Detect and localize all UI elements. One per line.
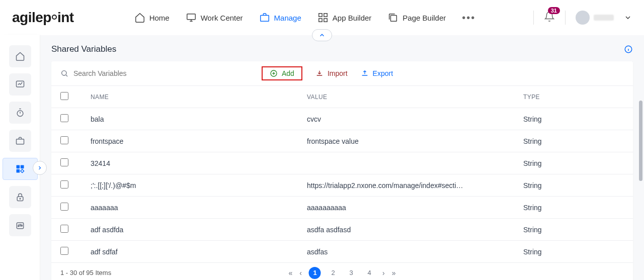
lock-icon [15, 192, 25, 202]
nav-home-label: Home [149, 14, 170, 22]
svg-rect-6 [391, 15, 397, 21]
divider [533, 11, 534, 25]
expand-sidebar-button[interactable] [33, 161, 47, 175]
col-name: NAME [91, 94, 307, 101]
row-checkbox[interactable] [60, 247, 68, 255]
cell-name: 32414 [91, 159, 307, 167]
page-1[interactable]: 1 [309, 267, 321, 279]
nav-page-builder[interactable]: Page Builder [387, 12, 446, 23]
user-menu[interactable] [576, 11, 614, 25]
info-icon[interactable] [624, 45, 633, 54]
stopwatch-icon [15, 108, 25, 118]
collapse-topbar-button[interactable] [312, 29, 332, 41]
download-icon [315, 69, 324, 77]
svg-rect-5 [324, 19, 327, 22]
divider [565, 11, 566, 25]
svg-point-20 [62, 71, 66, 75]
svg-rect-1 [260, 15, 269, 21]
nav-manage[interactable]: Manage [259, 12, 301, 23]
nav-page-builder-label: Page Builder [403, 14, 446, 22]
chevron-down-icon[interactable] [624, 14, 632, 22]
cell-value: asdfas [307, 248, 523, 256]
pager-first[interactable]: « [289, 269, 293, 277]
chevron-right-icon [37, 165, 43, 171]
table-row[interactable]: 32414String [51, 152, 633, 174]
sidebar-settings[interactable] [9, 214, 31, 236]
sidebar-home[interactable] [9, 45, 31, 67]
cell-type: String [523, 181, 624, 190]
nav-app-builder-label: App Builder [333, 14, 372, 22]
col-type: TYPE [523, 94, 624, 101]
logo: agilepint [12, 10, 74, 26]
notification-badge: 31 [548, 7, 560, 14]
page-4[interactable]: 4 [363, 267, 375, 279]
cell-type: String [523, 204, 624, 212]
search-input-wrap[interactable] [60, 69, 262, 77]
sidebar-security[interactable] [9, 186, 31, 208]
search-input[interactable] [73, 69, 162, 77]
nav-home[interactable]: Home [134, 12, 170, 23]
svg-point-16 [18, 226, 19, 227]
row-checkbox[interactable] [60, 203, 68, 211]
nav-work-center[interactable]: Work Center [186, 12, 243, 23]
cell-value: aaaaaaaaaa [307, 204, 523, 212]
import-button[interactable]: Import [315, 69, 348, 77]
notifications-button[interactable]: 31 [544, 11, 555, 24]
cell-name: bala [91, 115, 307, 123]
copy-icon [387, 12, 398, 23]
svg-rect-0 [187, 14, 195, 20]
table-row[interactable]: balacvcvString [51, 108, 633, 130]
apps-icon [317, 12, 329, 23]
pager-next[interactable]: › [382, 269, 385, 277]
import-label: Import [328, 69, 348, 77]
pager-prev[interactable]: ‹ [299, 269, 302, 277]
cell-value: https://trialapp2.nxone.com/manage/index… [307, 181, 523, 190]
page-2[interactable]: 2 [327, 267, 339, 279]
avatar [576, 11, 590, 25]
svg-rect-11 [20, 165, 24, 169]
svg-rect-9 [16, 139, 24, 144]
sidebar-timer[interactable] [9, 102, 31, 124]
table-row[interactable]: ;':.[[;]['/.)@#$mhttps://trialapp2.nxone… [51, 174, 633, 197]
chevron-up-icon [318, 32, 326, 39]
row-checkbox[interactable] [60, 114, 68, 122]
cell-value: asdfa asdfasd [307, 226, 523, 234]
export-label: Export [373, 69, 393, 77]
home-icon [134, 12, 145, 23]
svg-point-14 [20, 199, 21, 200]
sidebar-apps[interactable] [3, 158, 38, 180]
page-3[interactable]: 3 [345, 267, 357, 279]
table-row[interactable]: aaaaaaaaaaaaaaaaaString [51, 197, 633, 219]
sidebar-analytics[interactable] [9, 73, 31, 96]
cell-type: String [523, 159, 624, 167]
sidebar-briefcase[interactable] [9, 130, 31, 152]
export-button[interactable]: Export [361, 69, 393, 77]
cell-name: adf asdfda [91, 226, 307, 234]
add-label: Add [282, 69, 294, 77]
row-checkbox[interactable] [60, 180, 68, 189]
svg-point-17 [20, 224, 21, 225]
chart-icon [15, 79, 25, 89]
nav-work-center-label: Work Center [201, 14, 243, 22]
nav-more[interactable]: ••• [462, 12, 475, 24]
table-row[interactable]: adf sdfafasdfasString [51, 241, 633, 263]
page-title: Shared Variables [51, 44, 116, 54]
pager-last[interactable]: » [392, 269, 396, 277]
select-all-checkbox[interactable] [60, 92, 68, 100]
nav-app-builder[interactable]: App Builder [317, 12, 372, 23]
row-checkbox[interactable] [60, 158, 68, 166]
home-icon [15, 51, 25, 61]
apps-icon [15, 164, 25, 174]
cell-value: cvcv [307, 115, 523, 123]
add-button[interactable]: Add [262, 66, 302, 80]
svg-rect-4 [319, 19, 322, 22]
cell-name: frontspace [91, 137, 307, 145]
row-checkbox[interactable] [60, 225, 68, 233]
table-row[interactable]: adf asdfdaasdfa asdfasdString [51, 219, 633, 241]
scrollbar[interactable] [639, 101, 642, 181]
row-checkbox[interactable] [60, 136, 68, 144]
svg-rect-12 [16, 169, 20, 173]
upload-icon [361, 69, 369, 77]
table-row[interactable]: frontspacefrontspace valueString [51, 130, 633, 152]
briefcase-icon [259, 12, 270, 23]
